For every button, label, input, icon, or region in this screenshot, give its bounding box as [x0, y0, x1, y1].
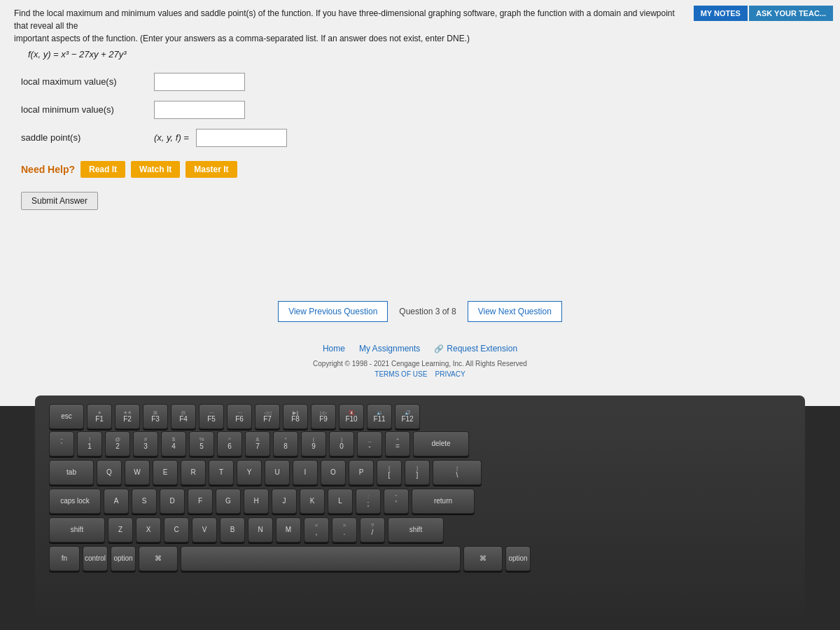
key-v[interactable]: V	[192, 517, 217, 542]
key-d[interactable]: D	[160, 489, 185, 514]
key-1[interactable]: !1	[77, 431, 102, 456]
key-semicolon[interactable]: :;	[356, 489, 381, 514]
request-ext-label: Request Extension	[447, 344, 517, 354]
my-notes-button[interactable]: MY NOTES	[694, 6, 748, 21]
top-buttons: MY NOTES ASK YOUR TEAC...	[694, 6, 833, 21]
key-2[interactable]: @2	[105, 431, 130, 456]
key-f7[interactable]: ◁◁F7	[255, 404, 280, 429]
terms-link[interactable]: TERMS OF USE	[374, 370, 427, 378]
local-min-input[interactable]	[154, 101, 245, 119]
question-line2: important aspects of the function. (Ente…	[14, 34, 470, 43]
key-return[interactable]: return	[412, 489, 475, 514]
key-k[interactable]: K	[300, 489, 325, 514]
master-it-button[interactable]: Master It	[186, 161, 237, 178]
key-q[interactable]: Q	[97, 460, 122, 485]
request-extension-link[interactable]: 🔗 Request Extension	[434, 344, 517, 354]
key-backslash[interactable]: |\	[433, 460, 482, 485]
key-h[interactable]: H	[244, 489, 269, 514]
key-command-right[interactable]: ⌘	[463, 546, 503, 571]
key-5[interactable]: %5	[189, 431, 214, 456]
key-3[interactable]: #3	[133, 431, 158, 456]
key-a[interactable]: A	[104, 489, 129, 514]
key-option-left[interactable]: option	[111, 546, 136, 571]
view-previous-button[interactable]: View Previous Question	[278, 301, 388, 322]
key-y[interactable]: Y	[237, 460, 262, 485]
key-esc[interactable]: esc	[49, 404, 84, 429]
key-shift-right[interactable]: shift	[388, 517, 444, 542]
key-tilde[interactable]: ~`	[49, 431, 74, 456]
key-w[interactable]: W	[125, 460, 150, 485]
key-f8[interactable]: ▶‖F8	[283, 404, 308, 429]
key-f[interactable]: F	[188, 489, 213, 514]
key-minus[interactable]: _-	[357, 431, 382, 456]
key-n[interactable]: N	[248, 517, 273, 542]
key-delete[interactable]: delete	[413, 431, 469, 456]
key-c[interactable]: C	[164, 517, 189, 542]
key-o[interactable]: O	[321, 460, 346, 485]
key-l[interactable]: L	[328, 489, 353, 514]
key-7[interactable]: &7	[245, 431, 270, 456]
key-u[interactable]: U	[265, 460, 290, 485]
key-lbracket[interactable]: {[	[377, 460, 402, 485]
ask-teacher-button[interactable]: ASK YOUR TEAC...	[749, 6, 833, 21]
key-f9[interactable]: ▷▷F9	[311, 404, 336, 429]
watch-it-button[interactable]: Watch It	[131, 161, 180, 178]
key-s[interactable]: S	[132, 489, 157, 514]
my-assignments-link[interactable]: My Assignments	[359, 344, 420, 354]
key-capslock[interactable]: caps lock	[49, 489, 101, 514]
question-line1: Find the local maximum and minimum value…	[14, 8, 675, 31]
key-shift-left[interactable]: shift	[49, 517, 105, 542]
key-rbracket[interactable]: }]	[405, 460, 430, 485]
key-command-left[interactable]: ⌘	[139, 546, 178, 571]
key-b[interactable]: B	[220, 517, 245, 542]
key-8[interactable]: *8	[273, 431, 298, 456]
key-f10[interactable]: 🔇F10	[339, 404, 364, 429]
key-f3[interactable]: ⊞F3	[143, 404, 168, 429]
key-f2[interactable]: ☀☀F2	[115, 404, 140, 429]
key-option-right[interactable]: option	[505, 546, 531, 571]
key-e[interactable]: E	[153, 460, 178, 485]
key-f11[interactable]: 🔉F11	[367, 404, 392, 429]
key-slash[interactable]: ?/	[360, 517, 385, 542]
key-f5[interactable]: ⋯F5	[199, 404, 224, 429]
saddle-input[interactable]	[196, 129, 287, 147]
key-g[interactable]: G	[216, 489, 241, 514]
key-f4[interactable]: ⊟F4	[171, 404, 196, 429]
key-r[interactable]: R	[181, 460, 206, 485]
view-next-button[interactable]: View Next Question	[468, 301, 562, 322]
key-z[interactable]: Z	[108, 517, 133, 542]
key-9[interactable]: (9	[301, 431, 326, 456]
key-tab[interactable]: tab	[49, 460, 94, 485]
local-max-input[interactable]	[154, 73, 245, 91]
bottom-row: fn control option ⌘ ⌘ option	[49, 546, 791, 571]
key-i[interactable]: I	[293, 460, 318, 485]
screen: MY NOTES ASK YOUR TEAC... Find the local…	[0, 0, 840, 406]
nav-row: View Previous Question Question 3 of 8 V…	[0, 294, 840, 329]
key-4[interactable]: $4	[161, 431, 186, 456]
key-j[interactable]: J	[272, 489, 297, 514]
key-quote[interactable]: "'	[384, 489, 409, 514]
key-control[interactable]: control	[83, 546, 108, 571]
key-f6[interactable]: ⋯F6	[227, 404, 252, 429]
privacy-link[interactable]: PRIVACY	[435, 370, 465, 378]
key-0[interactable]: )0	[329, 431, 354, 456]
key-period[interactable]: >.	[332, 517, 357, 542]
key-fn[interactable]: fn	[49, 546, 80, 571]
key-p[interactable]: P	[349, 460, 374, 485]
key-f1[interactable]: ☀F1	[87, 404, 112, 429]
read-it-button[interactable]: Read It	[80, 161, 125, 178]
asdf-row: caps lock A S D F G H J K L :; "' return	[49, 489, 791, 514]
submit-row: Submit Answer	[21, 192, 826, 210]
number-row: ~` !1 @2 #3 $4 %5 ^6 &7 *8 (9 )0 _- += d…	[49, 431, 791, 456]
key-m[interactable]: M	[276, 517, 301, 542]
key-f12[interactable]: 🔊F12	[395, 404, 420, 429]
key-comma[interactable]: <,	[304, 517, 329, 542]
key-6[interactable]: ^6	[217, 431, 242, 456]
home-link[interactable]: Home	[323, 344, 345, 354]
key-x[interactable]: X	[136, 517, 161, 542]
submit-button[interactable]: Submit Answer	[21, 192, 98, 210]
key-equals[interactable]: +=	[385, 431, 410, 456]
key-spacebar[interactable]	[181, 546, 461, 571]
key-t[interactable]: T	[209, 460, 234, 485]
qwerty-row: tab Q W E R T Y U I O P {[ }] |\	[49, 460, 791, 485]
